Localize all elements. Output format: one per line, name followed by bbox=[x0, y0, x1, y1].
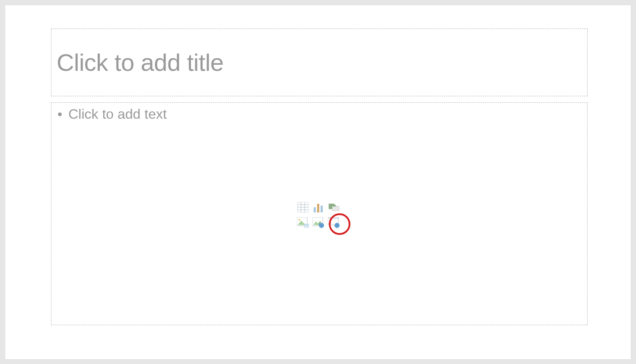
title-placeholder-text: Click to add title bbox=[57, 48, 223, 76]
insert-smartart-button[interactable] bbox=[328, 201, 340, 214]
svg-rect-6 bbox=[314, 207, 316, 212]
svg-rect-9 bbox=[332, 206, 339, 211]
svg-rect-27 bbox=[331, 223, 331, 224]
content-text-label: Click to add text bbox=[68, 106, 167, 122]
insert-table-button[interactable] bbox=[296, 201, 309, 214]
pictures-icon bbox=[297, 217, 309, 228]
insert-video-button[interactable] bbox=[328, 216, 340, 229]
svg-point-12 bbox=[299, 219, 300, 221]
online-pictures-icon bbox=[312, 217, 324, 228]
insert-content-icons bbox=[296, 201, 342, 230]
content-placeholder[interactable]: • Click to add text bbox=[51, 102, 588, 325]
svg-rect-24 bbox=[334, 218, 335, 218]
bullet-icon: • bbox=[57, 106, 62, 122]
table-icon bbox=[297, 202, 308, 212]
svg-rect-22 bbox=[331, 218, 331, 218]
svg-rect-14 bbox=[305, 225, 308, 227]
svg-rect-21 bbox=[329, 218, 330, 218]
svg-rect-26 bbox=[329, 223, 330, 224]
title-placeholder[interactable]: Click to add title bbox=[51, 28, 588, 96]
smartart-icon bbox=[328, 202, 340, 212]
content-placeholder-text: • Click to add text bbox=[57, 106, 587, 122]
svg-rect-25 bbox=[336, 218, 337, 218]
svg-rect-7 bbox=[317, 204, 319, 212]
svg-rect-8 bbox=[321, 206, 323, 212]
svg-rect-23 bbox=[332, 218, 333, 218]
chart-icon bbox=[313, 202, 324, 212]
insert-online-pictures-button[interactable] bbox=[312, 216, 325, 229]
slide-canvas: Click to add title • Click to add text bbox=[5, 5, 631, 359]
insert-chart-button[interactable] bbox=[312, 201, 325, 214]
insert-pictures-button[interactable] bbox=[296, 216, 309, 229]
video-icon bbox=[328, 217, 340, 228]
